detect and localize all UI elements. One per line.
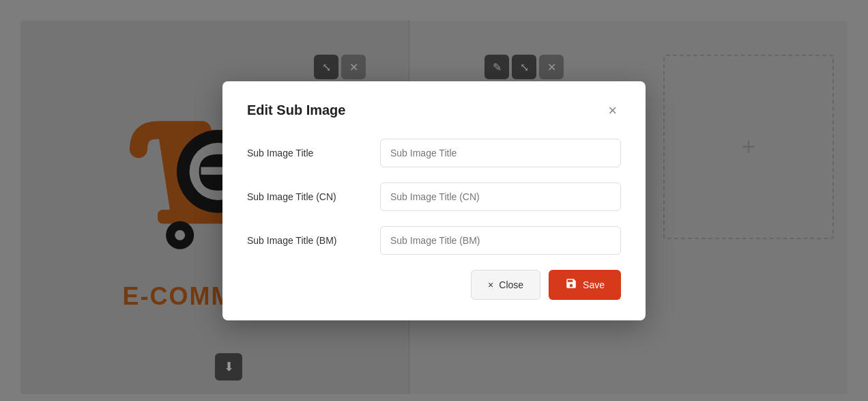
modal-title: Edit Sub Image — [247, 102, 345, 118]
close-btn-icon: × — [488, 279, 493, 290]
save-btn-label: Save — [583, 279, 605, 290]
edit-sub-image-modal: Edit Sub Image × Sub Image Title Sub Ima… — [222, 81, 646, 320]
save-icon — [565, 277, 577, 292]
field-row-title: Sub Image Title — [247, 139, 621, 167]
modal-close-button[interactable]: × — [604, 102, 621, 120]
modal-footer: × Close Save — [247, 270, 621, 300]
close-button[interactable]: × Close — [471, 270, 540, 300]
sub-image-title-bm-input[interactable] — [380, 226, 621, 255]
field-row-title-cn: Sub Image Title (CN) — [247, 182, 621, 211]
field-label-title: Sub Image Title — [247, 148, 366, 158]
modal-overlay: Edit Sub Image × Sub Image Title Sub Ima… — [0, 0, 868, 401]
save-button[interactable]: Save — [549, 270, 621, 300]
sub-image-title-input[interactable] — [380, 139, 621, 167]
field-label-title-cn: Sub Image Title (CN) — [247, 191, 366, 202]
modal-header: Edit Sub Image × — [247, 102, 621, 120]
field-row-title-bm: Sub Image Title (BM) — [247, 226, 621, 255]
sub-image-title-cn-input[interactable] — [380, 182, 621, 211]
close-btn-label: Close — [499, 279, 523, 290]
field-label-title-bm: Sub Image Title (BM) — [247, 235, 366, 246]
